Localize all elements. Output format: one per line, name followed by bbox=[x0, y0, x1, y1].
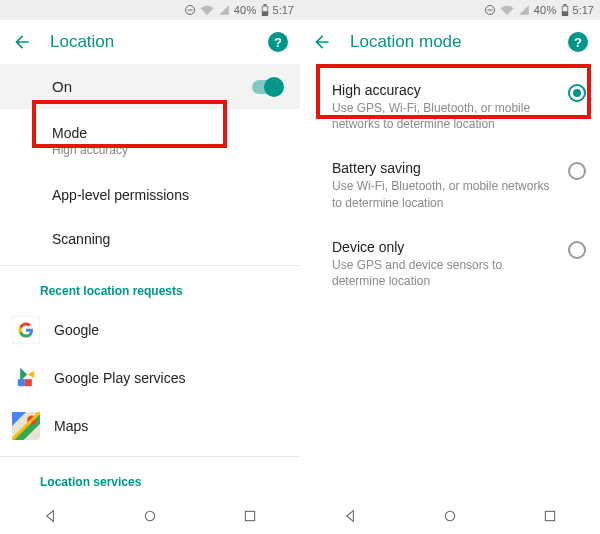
dnd-icon bbox=[484, 4, 496, 16]
radio-unselected-icon[interactable] bbox=[568, 241, 586, 259]
option-device-only[interactable]: Device only Use GPS and device sensors t… bbox=[300, 225, 600, 303]
battery-pct: 40% bbox=[534, 4, 557, 16]
section-recent: Recent location requests bbox=[0, 270, 300, 306]
option-battery-saving[interactable]: Battery saving Use Wi-Fi, Bluetooth, or … bbox=[300, 146, 600, 224]
app-google[interactable]: Google bbox=[0, 306, 300, 354]
perms-row[interactable]: App-level permissions bbox=[0, 173, 300, 217]
nav-bar bbox=[300, 498, 600, 534]
clock: 5:17 bbox=[273, 4, 294, 16]
nav-recent-icon[interactable] bbox=[242, 508, 258, 524]
svg-rect-1 bbox=[187, 10, 192, 11]
svg-rect-19 bbox=[562, 6, 567, 11]
radio-unselected-icon[interactable] bbox=[568, 162, 586, 180]
status-bar: 40% 5:17 bbox=[300, 0, 600, 20]
nav-back-icon[interactable] bbox=[42, 508, 58, 524]
battery-pct: 40% bbox=[234, 4, 257, 16]
nav-bar bbox=[0, 498, 300, 534]
svg-point-13 bbox=[145, 511, 154, 520]
option-high-accuracy[interactable]: High accuracy Use GPS, Wi-Fi, Bluetooth,… bbox=[300, 64, 600, 146]
signal-icon bbox=[518, 4, 530, 16]
clock: 5:17 bbox=[573, 4, 594, 16]
battery-icon bbox=[261, 4, 269, 17]
back-icon[interactable] bbox=[12, 32, 32, 52]
battery-icon bbox=[561, 4, 569, 17]
svg-rect-7 bbox=[18, 379, 25, 386]
dnd-icon bbox=[184, 4, 196, 16]
mode-label: Mode bbox=[52, 125, 282, 141]
svg-rect-16 bbox=[487, 10, 492, 11]
section-services: Location services bbox=[0, 461, 300, 497]
mode-value: High accuracy bbox=[52, 143, 282, 157]
app-bar: Location mode ? bbox=[300, 20, 600, 64]
page-title: Location bbox=[50, 32, 250, 52]
svg-point-20 bbox=[445, 511, 454, 520]
svg-rect-4 bbox=[262, 6, 267, 11]
toggle-label: On bbox=[52, 78, 72, 95]
nav-home-icon[interactable] bbox=[442, 508, 458, 524]
maps-icon bbox=[12, 412, 40, 440]
scanning-row[interactable]: Scanning bbox=[0, 217, 300, 261]
location-toggle-row[interactable]: On bbox=[0, 64, 300, 109]
divider bbox=[0, 265, 300, 266]
status-bar: 40% 5:17 bbox=[0, 0, 300, 20]
signal-icon bbox=[218, 4, 230, 16]
google-icon bbox=[12, 316, 40, 344]
svg-rect-14 bbox=[245, 511, 254, 520]
back-icon[interactable] bbox=[312, 32, 332, 52]
mode-row[interactable]: Mode High accuracy bbox=[0, 109, 300, 173]
nav-back-icon[interactable] bbox=[342, 508, 358, 524]
nav-recent-icon[interactable] bbox=[542, 508, 558, 524]
radio-selected-icon[interactable] bbox=[568, 84, 586, 102]
svg-rect-21 bbox=[545, 511, 554, 520]
app-maps[interactable]: Maps bbox=[0, 402, 300, 450]
page-title: Location mode bbox=[350, 32, 550, 52]
wifi-icon bbox=[500, 4, 514, 16]
app-bar: Location ? bbox=[0, 20, 300, 64]
screen-location-mode: 40% 5:17 Location mode ? High accuracy U… bbox=[300, 0, 600, 534]
toggle-switch-on[interactable] bbox=[252, 80, 282, 94]
help-icon[interactable]: ? bbox=[268, 32, 288, 52]
nav-home-icon[interactable] bbox=[142, 508, 158, 524]
svg-rect-18 bbox=[563, 4, 566, 6]
svg-rect-6 bbox=[12, 364, 40, 392]
svg-rect-3 bbox=[263, 4, 266, 6]
app-play-services[interactable]: Google Play services bbox=[0, 354, 300, 402]
divider bbox=[0, 456, 300, 457]
wifi-icon bbox=[200, 4, 214, 16]
play-icon bbox=[12, 364, 40, 392]
screen-location: 40% 5:17 Location ? On Mode High accurac… bbox=[0, 0, 300, 534]
help-icon[interactable]: ? bbox=[568, 32, 588, 52]
